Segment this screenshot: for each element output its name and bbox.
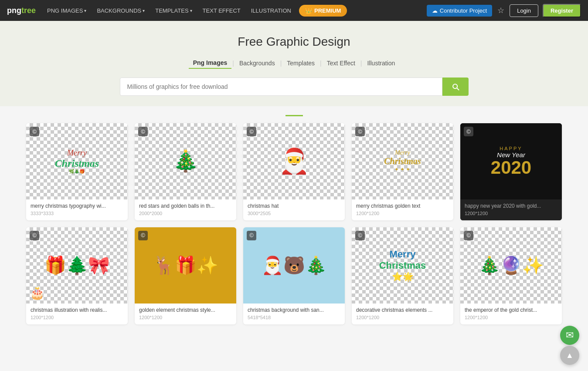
- hero-title: Free Graphic Design: [9, 35, 579, 49]
- nav-backgrounds[interactable]: BACKGROUNDS ▾: [92, 0, 149, 21]
- chevron-down-icon: ▾: [190, 8, 192, 13]
- level-badge: 🎂: [30, 286, 45, 300]
- copyright-icon: ©: [464, 231, 473, 240]
- crown-icon: 👑: [305, 7, 312, 14]
- card-tree-ornaments[interactable]: © 🎄 red stars and golden balls in th... …: [135, 123, 236, 220]
- gallery-row-1: © Merry Christmas 🌿🎄🎁 merry christmas ty…: [26, 123, 562, 220]
- tab-backgrounds[interactable]: Backgrounds: [235, 58, 279, 68]
- chevron-down-icon: ▾: [84, 8, 86, 13]
- card-size: 5418*5418: [248, 315, 340, 320]
- card-title: christmas hat: [248, 203, 340, 209]
- search-button[interactable]: [442, 78, 469, 96]
- search-icon: [451, 82, 460, 91]
- card-size: 1200*1200: [465, 211, 557, 216]
- card-size: 3000*2505: [248, 211, 340, 216]
- card-title: the emperor of the gold christ...: [465, 307, 557, 313]
- copyright-icon: ©: [355, 231, 365, 240]
- navbar: pngtree PNG IMAGES ▾ BACKGROUNDS ▾ TEMPL…: [0, 0, 588, 21]
- card-size: 3333*3333: [31, 211, 123, 216]
- card-size: 1200*1200: [356, 211, 449, 216]
- filter-tabs: Png Images | Backgrounds | Templates | T…: [9, 57, 579, 69]
- tab-templates[interactable]: Templates: [282, 58, 319, 68]
- card-title: red stars and golden balls in th...: [139, 203, 232, 209]
- register-button[interactable]: Register: [543, 4, 581, 17]
- gallery-underline: [286, 115, 303, 116]
- search-input[interactable]: [120, 78, 442, 96]
- card-size: 2000*2000: [139, 211, 232, 216]
- card-title: christmas illustration with realis...: [31, 307, 123, 313]
- card-golden[interactable]: © 🦌🎁✨ golden element christmas style... …: [135, 227, 236, 324]
- card-size: 1200*1200: [31, 315, 123, 320]
- copyright-icon: ©: [138, 231, 148, 240]
- card-santa-scene[interactable]: © 🎅🐻🎄 christmas background with san... 5…: [243, 227, 345, 324]
- star-icon[interactable]: ☆: [497, 6, 504, 15]
- logo-tree: tree: [21, 6, 36, 15]
- card-size: 1200*1200: [139, 315, 232, 320]
- card-merry-christmas[interactable]: © Merry Christmas 🌿🎄🎁 merry christmas ty…: [26, 123, 128, 220]
- nav-text-effect[interactable]: TEXT EFFECT: [198, 0, 245, 21]
- card-merry-blue[interactable]: © Merry Christmas ⭐🌟 decorative christma…: [352, 227, 453, 324]
- copyright-icon: ©: [355, 127, 365, 136]
- card-size: 1200*1200: [356, 315, 449, 320]
- card-santa-hat[interactable]: © 🎅 christmas hat 3000*2505: [243, 123, 345, 220]
- card-title: merry christmas golden text: [356, 203, 449, 209]
- contributor-button[interactable]: ☁ Contributor Project: [427, 5, 492, 17]
- gallery-row-2: © 🎁🌲🎀 🎂 christmas illustration with real…: [26, 227, 562, 324]
- login-button[interactable]: Login: [510, 4, 538, 17]
- nav-templates[interactable]: TEMPLATES ▾: [151, 0, 196, 21]
- card-gifts[interactable]: © 🎁🌲🎀 🎂 christmas illustration with real…: [26, 227, 128, 324]
- nav-png-images[interactable]: PNG IMAGES ▾: [43, 0, 91, 21]
- copyright-icon: ©: [247, 127, 256, 136]
- card-size: 1200*1200: [465, 315, 557, 320]
- copyright-icon: ©: [30, 231, 39, 240]
- gallery-section: © Merry Christmas 🌿🎄🎁 merry christmas ty…: [0, 106, 588, 340]
- card-ornaments-gold[interactable]: © 🎄🔮✨ the emperor of the gold christ... …: [460, 227, 562, 324]
- tab-text-effect[interactable]: Text Effect: [323, 58, 360, 68]
- upload-icon: ☁: [432, 7, 438, 14]
- tab-png-images[interactable]: Png Images: [189, 57, 232, 69]
- copyright-icon: ©: [138, 127, 148, 136]
- card-title: happy new year 2020 with gold...: [465, 203, 557, 209]
- tab-illustration[interactable]: Illustration: [363, 58, 399, 68]
- card-title: golden element christmas style...: [139, 307, 232, 313]
- premium-button[interactable]: 👑 PREMIUM: [299, 5, 347, 17]
- copyright-icon: ©: [464, 127, 473, 136]
- hero-section: Free Graphic Design Png Images | Backgro…: [0, 21, 588, 106]
- card-title: christmas background with san...: [248, 307, 340, 313]
- card-title: merry christmas typography wi...: [31, 203, 123, 209]
- copyright-icon: ©: [30, 127, 39, 136]
- chevron-down-icon: ▾: [143, 8, 145, 13]
- search-bar: [120, 78, 469, 96]
- copyright-icon: ©: [247, 231, 256, 240]
- logo[interactable]: pngtree: [7, 6, 36, 15]
- logo-png: png: [7, 6, 21, 15]
- card-2020[interactable]: © HAPPY New Year 2020 happy new year 202…: [460, 123, 562, 220]
- card-title: decorative christmas elements ...: [356, 307, 449, 313]
- card-merry-gold[interactable]: © Merry Christmas ✦ ✦ ✦ merry christmas …: [352, 123, 453, 220]
- nav-illustration[interactable]: ILLUSTRATION: [247, 0, 296, 21]
